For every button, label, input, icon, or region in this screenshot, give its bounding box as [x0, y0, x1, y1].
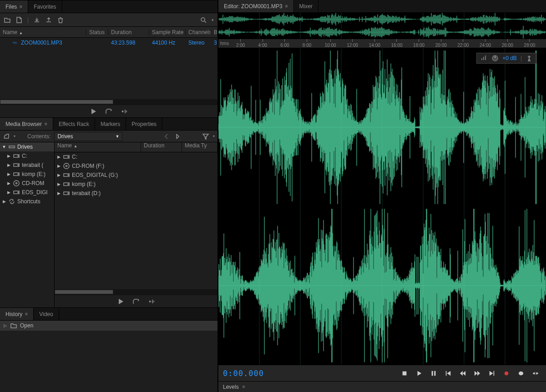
tab-editor[interactable]: Editor: ZOOM0001.MP3≡: [218, 0, 294, 12]
th-name[interactable]: Name▲: [0, 29, 86, 35]
tab-menu-icon[interactable]: ≡: [20, 4, 22, 9]
svg-rect-27: [494, 371, 495, 376]
record-button[interactable]: [500, 368, 512, 379]
tree-item[interactable]: ▶komp (E:): [0, 170, 54, 179]
play-icon[interactable]: [117, 298, 124, 305]
forward-icon[interactable]: [174, 133, 181, 140]
ruler-tick: 24:00: [480, 39, 491, 48]
import-icon[interactable]: [33, 16, 40, 24]
mb-list[interactable]: ▶C:▶CD-ROM (F:)▶EOS_DIGITAL (G:)▶komp (E…: [55, 152, 217, 289]
th-sample[interactable]: Sample Rate: [149, 29, 186, 35]
go-end-button[interactable]: [486, 368, 498, 379]
tab-history[interactable]: History≡: [0, 308, 34, 320]
expand-icon[interactable]: ▷: [3, 323, 7, 328]
tab-menu-icon[interactable]: ≡: [243, 384, 245, 389]
tree-item[interactable]: ▶C:: [0, 151, 54, 161]
collapse-icon[interactable]: ▼: [2, 145, 6, 149]
tab-effectsrack[interactable]: Effects Rack: [53, 118, 95, 130]
timecode[interactable]: 0:00.000: [223, 369, 264, 378]
waveform-editor[interactable]: +0 dB |: [218, 48, 546, 365]
play-button[interactable]: [413, 368, 425, 379]
back-icon[interactable]: [163, 133, 170, 140]
go-start-button[interactable]: [442, 368, 454, 379]
mbth-name[interactable]: Name▲: [55, 142, 141, 152]
tab-menu-icon[interactable]: ≡: [45, 121, 47, 126]
waveform-overview[interactable]: [218, 13, 546, 39]
expand-icon[interactable]: ▶: [6, 181, 11, 186]
mbth-media[interactable]: Media Ty: [182, 142, 217, 152]
svg-rect-16: [64, 174, 69, 176]
autoplay-icon[interactable]: [132, 298, 140, 305]
list-item[interactable]: ▶terabait (D:): [55, 189, 217, 198]
trash-icon[interactable]: [57, 16, 64, 24]
file-row[interactable]: ZOOM0001.MP3 43:23.598 44100 Hz Stereo 3: [0, 38, 217, 48]
expand-icon[interactable]: ▶: [56, 164, 61, 168]
expand-icon[interactable]: ▶: [56, 182, 61, 186]
new-file-icon[interactable]: [15, 16, 23, 24]
th-status[interactable]: Status: [86, 29, 108, 35]
pin-icon[interactable]: [526, 55, 533, 62]
rewind-button[interactable]: [457, 368, 469, 379]
tab-markers[interactable]: Markers: [95, 118, 126, 130]
expand-icon[interactable]: ▶: [6, 163, 11, 167]
import2-icon[interactable]: [45, 16, 52, 24]
files-toolbar: | ▾: [0, 13, 217, 27]
tab-mediabrowser[interactable]: Media Browser≡: [0, 118, 53, 130]
svg-point-9: [16, 183, 17, 184]
list-item[interactable]: ▶EOS_DIGITAL (G:): [55, 171, 217, 180]
expand-icon[interactable]: ▶: [56, 191, 61, 196]
tab-mixer[interactable]: Mixer: [294, 0, 318, 12]
knob-icon[interactable]: [491, 55, 499, 62]
levels-panel-header[interactable]: Levels ≡: [218, 381, 546, 392]
loop-playback-button[interactable]: [515, 368, 527, 379]
files-list[interactable]: ZOOM0001.MP3 43:23.598 44100 Hz Stereo 3: [0, 38, 217, 99]
tab-files[interactable]: Files ≡: [0, 0, 28, 13]
play-icon[interactable]: [90, 108, 97, 115]
open-file-icon[interactable]: [4, 16, 11, 24]
list-item[interactable]: ▶komp (E:): [55, 180, 217, 189]
expand-icon[interactable]: ▶: [6, 172, 11, 176]
expand-icon[interactable]: ▶: [6, 154, 11, 158]
ruler-tick: 26:00: [502, 39, 513, 48]
files-preview-bar: [0, 105, 217, 117]
loop-icon[interactable]: [121, 108, 128, 115]
search-icon[interactable]: [200, 16, 207, 24]
history-item-open[interactable]: ▷ Open: [0, 321, 217, 331]
expand-icon[interactable]: ▶: [56, 155, 61, 159]
files-hscrollbar[interactable]: [0, 99, 217, 105]
tree-item[interactable]: ▶CD-ROM: [0, 179, 54, 188]
mb-hscrollbar[interactable]: [55, 289, 217, 295]
tab-menu-icon[interactable]: ≡: [285, 4, 288, 9]
forward-button[interactable]: [471, 368, 483, 379]
loop-icon[interactable]: [148, 298, 155, 305]
expand-icon[interactable]: ▶: [6, 190, 11, 195]
time-ruler[interactable]: hms 2:004:006:008:0010:0012:0014:0016:00…: [218, 39, 546, 48]
svg-point-3: [18, 156, 19, 156]
tab-video[interactable]: Video: [34, 308, 59, 320]
tree-header-drives[interactable]: ▼ Drives: [0, 142, 54, 151]
tree-item[interactable]: ▶terabait (: [0, 161, 54, 170]
tab-favorites[interactable]: Favorites: [28, 0, 62, 13]
th-channels[interactable]: Channels: [186, 29, 211, 35]
expand-icon[interactable]: ▶: [56, 173, 61, 177]
autoplay-icon[interactable]: [105, 108, 112, 115]
expand-icon[interactable]: ▶: [2, 199, 6, 204]
contents-dropdown[interactable]: Drives ▼: [54, 132, 122, 141]
volume-hud[interactable]: +0 dB |: [476, 53, 537, 64]
mbth-duration[interactable]: Duration: [141, 142, 182, 152]
cd-icon: [63, 162, 70, 170]
mb-folder-tree[interactable]: ▼ Drives ▶C:▶terabait (▶komp (E:)▶CD-ROM…: [0, 142, 55, 307]
th-duration[interactable]: Duration: [108, 29, 149, 35]
pause-button[interactable]: [428, 368, 440, 379]
filter-icon[interactable]: [202, 133, 209, 140]
tree-item[interactable]: ▶EOS_DIGI: [0, 188, 54, 197]
th-bit[interactable]: Bi: [211, 29, 217, 35]
list-item[interactable]: ▶CD-ROM (F:): [55, 161, 217, 171]
tree-item-shortcuts[interactable]: ▶ Shortcuts: [0, 197, 54, 206]
tab-properties[interactable]: Properties: [126, 118, 162, 130]
list-item[interactable]: ▶C:: [55, 152, 217, 161]
up-folder-icon[interactable]: [3, 133, 10, 140]
skip-selection-button[interactable]: [530, 368, 541, 379]
tab-menu-icon[interactable]: ≡: [25, 312, 28, 317]
stop-button[interactable]: [399, 368, 410, 379]
